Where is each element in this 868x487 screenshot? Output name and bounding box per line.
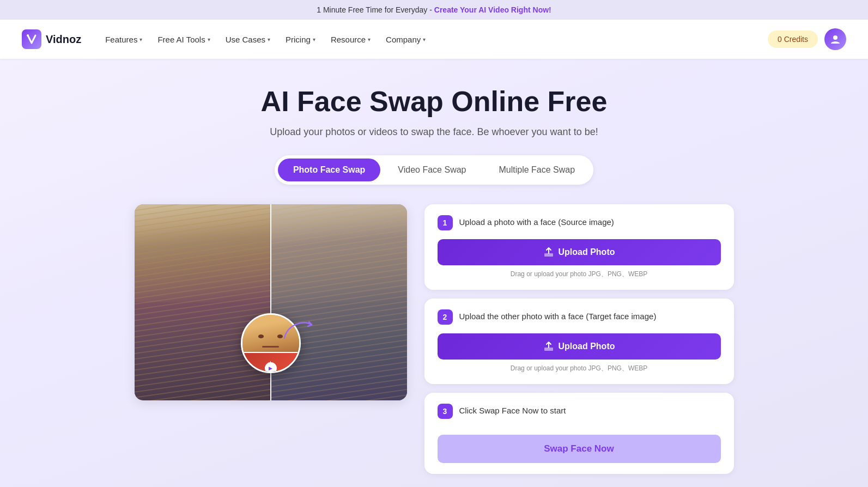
nav-item-use-cases[interactable]: Use Cases ▾ <box>219 31 277 48</box>
chevron-down-icon: ▾ <box>208 36 210 42</box>
steps-panel: 1 Upload a photo with a face (Source ima… <box>424 204 734 474</box>
step-3-card: 3 Click Swap Face Now to start Swap Face… <box>424 393 734 474</box>
upload-photo-button-1[interactable]: Upload Photo <box>438 239 721 265</box>
upload-hint-1: Drag or upload your photo JPG、PNG、WEBP <box>438 270 721 279</box>
banner-link[interactable]: Create Your AI Video Right Now! <box>434 5 551 14</box>
play-icon: ▶ <box>265 362 277 373</box>
cap-eye-left <box>258 334 264 338</box>
upload-icon-2 <box>543 341 554 352</box>
chevron-down-icon: ▾ <box>313 36 315 42</box>
image-preview: ★ ▶ <box>135 204 407 400</box>
tab-video-face-swap[interactable]: Video Face Swap <box>383 159 481 181</box>
step-1-title: Upload a photo with a face (Source image… <box>459 215 614 229</box>
nav-item-pricing[interactable]: Pricing ▾ <box>279 31 322 48</box>
step-3-header: 3 Click Swap Face Now to start <box>438 404 721 426</box>
step-1-number: 1 <box>438 215 453 230</box>
nav-right: 0 Credits <box>768 28 846 50</box>
hero-title: AI Face Swap Online Free <box>261 85 608 118</box>
nav-item-features[interactable]: Features ▾ <box>99 31 149 48</box>
logo-text: Vidnoz <box>46 33 81 46</box>
cap-mouth <box>262 346 279 348</box>
swap-face-now-button[interactable]: Swap Face Now <box>438 435 721 463</box>
logo-icon <box>22 29 41 49</box>
nav-items: Features ▾ Free AI Tools ▾ Use Cases ▾ P… <box>99 31 768 48</box>
top-banner: 1 Minute Free Time for Everyday - Create… <box>0 0 868 20</box>
upload-photo-button-2[interactable]: Upload Photo <box>438 333 721 360</box>
nav-item-free-ai-tools[interactable]: Free AI Tools ▾ <box>151 31 216 48</box>
swap-arrow-icon <box>282 316 314 344</box>
upload-button-2-label: Upload Photo <box>559 342 615 351</box>
upload-hint-2: Drag or upload your photo JPG、PNG、WEBP <box>438 364 721 373</box>
credits-button[interactable]: 0 Credits <box>768 31 818 48</box>
svg-point-1 <box>833 35 837 40</box>
logo[interactable]: Vidnoz <box>22 29 81 49</box>
main-content: AI Face Swap Online Free Upload your pho… <box>0 59 868 487</box>
step-2-title: Upload the other photo with a face (Targ… <box>459 309 657 323</box>
chevron-down-icon: ▾ <box>268 36 270 42</box>
upload-button-1-label: Upload Photo <box>559 247 615 257</box>
step-2-card: 2 Upload the other photo with a face (Ta… <box>424 299 734 384</box>
svg-point-0 <box>27 34 29 36</box>
chevron-down-icon: ▾ <box>423 36 426 42</box>
step-3-title: Click Swap Face Now to start <box>459 404 566 417</box>
step-1-card: 1 Upload a photo with a face (Source ima… <box>424 204 734 290</box>
hero-subtitle: Upload your photos or videos to swap the… <box>270 126 598 138</box>
step-3-number: 3 <box>438 404 453 419</box>
navbar: Vidnoz Features ▾ Free AI Tools ▾ Use Ca… <box>0 20 868 59</box>
avatar[interactable] <box>824 28 846 50</box>
step-2-header: 2 Upload the other photo with a face (Ta… <box>438 309 721 325</box>
upload-icon-1 <box>543 247 554 258</box>
content-area: ★ ▶ 1 Upload a photo with a face (Source… <box>135 204 734 474</box>
nav-item-company[interactable]: Company ▾ <box>379 31 432 48</box>
nav-item-resource[interactable]: Resource ▾ <box>324 31 377 48</box>
step-1-header: 1 Upload a photo with a face (Source ima… <box>438 215 721 230</box>
tabs-container: Photo Face Swap Video Face Swap Multiple… <box>275 155 593 185</box>
tab-photo-face-swap[interactable]: Photo Face Swap <box>278 159 380 181</box>
chevron-down-icon: ▾ <box>139 36 142 42</box>
tab-multiple-face-swap[interactable]: Multiple Face Swap <box>483 159 590 181</box>
arrow-container <box>282 316 314 346</box>
banner-text: 1 Minute Free Time for Everyday - <box>317 5 434 14</box>
step-2-number: 2 <box>438 309 453 325</box>
chevron-down-icon: ▾ <box>368 36 371 42</box>
